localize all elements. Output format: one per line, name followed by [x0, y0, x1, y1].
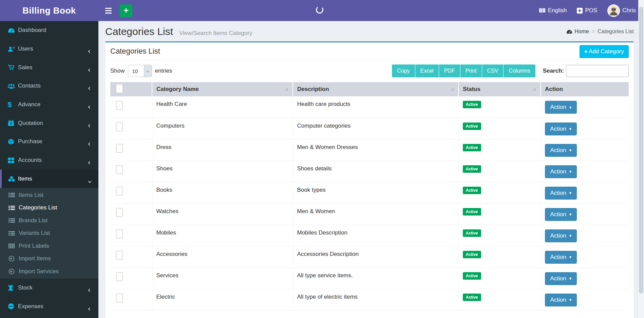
chevron-left-icon	[89, 305, 91, 312]
sort-icon[interactable]: ↓↑	[285, 87, 288, 92]
excel-button[interactable]: Excel	[415, 64, 439, 77]
row-checkbox[interactable]	[116, 229, 123, 238]
sidebar-subitem-import-items[interactable]: Import Items	[0, 252, 98, 265]
user-menu[interactable]: Chris	[607, 4, 636, 17]
sidebar-subitem-items-list[interactable]: Items List	[0, 189, 98, 202]
action-dropdown-button[interactable]: Action▾	[545, 229, 577, 242]
page-size-select[interactable]: 10	[128, 65, 152, 77]
vertical-scrollbar[interactable]	[638, 0, 644, 318]
sidebar-item-quotation[interactable]: Quotation	[0, 114, 98, 132]
sidebar-item-label: Quotation	[18, 120, 98, 127]
action-dropdown-button[interactable]: Action▾	[545, 294, 577, 306]
row-checkbox[interactable]	[116, 144, 123, 153]
sidebar-item-label: Items	[18, 175, 98, 182]
right-tools: Copy Excel PDF Print CSV Columns Search:	[392, 64, 629, 77]
topbar-right: English POS Chris	[539, 0, 636, 21]
sidebar-menu: Dashboard Users Sales Contacts $ Advance	[0, 21, 98, 188]
quick-add-button[interactable]: +	[120, 4, 132, 17]
top-navbar: Billing Book + English POS Chris	[0, 0, 644, 21]
sidebar-subitem-label: Brands List	[19, 217, 48, 224]
description-cell: Men & Women Dresses	[293, 139, 458, 161]
row-checkbox[interactable]	[116, 165, 123, 174]
sidebar-item-dashboard[interactable]: Dashboard	[0, 21, 98, 40]
status-badge: Active	[463, 294, 481, 301]
row-checkbox[interactable]	[116, 123, 123, 131]
action-dropdown-button[interactable]: Action▾	[545, 165, 577, 178]
list-icon	[8, 205, 19, 210]
copy-button[interactable]: Copy	[392, 64, 415, 77]
sidebar-item-users[interactable]: Users	[0, 40, 98, 58]
row-checkbox[interactable]	[116, 251, 123, 260]
select-all-checkbox[interactable]	[116, 84, 123, 93]
header-description[interactable]: Description↓↑	[293, 82, 458, 96]
action-dropdown-button[interactable]: Action▾	[545, 272, 577, 285]
header-category-name[interactable]: Category Name↓↑	[152, 82, 293, 96]
user-name: Chris	[622, 7, 636, 14]
sidebar-item-sales[interactable]: Sales	[0, 58, 98, 77]
loading-spinner-icon	[316, 6, 324, 14]
action-dropdown-button[interactable]: Action▾	[545, 101, 577, 114]
action-dropdown-button[interactable]: Action▾	[545, 251, 577, 264]
sidebar-subitem-categories-list[interactable]: Categories List	[0, 202, 98, 214]
action-dropdown-button[interactable]: Action▾	[545, 144, 577, 157]
search-control: Search:	[543, 65, 629, 77]
main-content: Categories List View/Search Items Catego…	[98, 21, 644, 318]
search-input[interactable]	[566, 65, 629, 77]
columns-button[interactable]: Columns	[504, 64, 535, 77]
app-logo[interactable]: Billing Book	[0, 0, 98, 21]
header-status[interactable]: Status↓↑	[458, 82, 541, 96]
sidebar-subitem-brands-list[interactable]: Brands List	[0, 214, 98, 227]
status-badge: Active	[463, 101, 481, 108]
action-dropdown-button[interactable]: Action▾	[545, 187, 577, 200]
sidebar-item-items[interactable]: Items	[0, 170, 98, 188]
pos-button[interactable]: POS	[577, 7, 597, 14]
sidebar-item-label: Dashboard	[18, 27, 98, 34]
sort-icon[interactable]: ↓↑	[451, 87, 454, 92]
sidebar-item-advance[interactable]: $ Advance	[0, 95, 98, 114]
sidebar-item-expenses[interactable]: Expenses	[0, 297, 98, 316]
status-badge: Active	[463, 187, 481, 194]
chevron-down-icon	[144, 65, 152, 77]
row-checkbox[interactable]	[116, 187, 123, 195]
breadcrumb-separator: >	[592, 29, 595, 35]
sidebar-subitem-print-labels[interactable]: Print Labels	[0, 240, 98, 252]
print-button[interactable]: Print	[460, 64, 482, 77]
sidebar-item-purchase[interactable]: Purchase	[0, 132, 98, 151]
row-checkbox[interactable]	[116, 294, 123, 302]
table-row: Mobiles Mobiles Description Active Actio…	[110, 225, 629, 246]
description-cell: Book types	[293, 182, 458, 203]
sidebar-item-stock[interactable]: Stock	[0, 279, 98, 297]
chevron-left-icon	[89, 122, 91, 129]
csv-button[interactable]: CSV	[482, 64, 504, 77]
scrollbar-thumb[interactable]	[639, 7, 643, 294]
table-row: Shoes Shoes details Active Action▾	[110, 161, 629, 182]
content-header: Categories List View/Search Items Catego…	[98, 21, 644, 41]
row-checkbox[interactable]	[116, 272, 123, 281]
list-icon	[8, 192, 19, 198]
add-category-button[interactable]: + Add Category	[580, 45, 629, 58]
sidebar-toggle-button[interactable]	[104, 6, 113, 16]
chevron-left-icon	[89, 66, 91, 73]
description-cell: Men & Women	[293, 203, 458, 225]
list-icon	[8, 231, 19, 236]
breadcrumb-home-link[interactable]: Home	[566, 29, 589, 35]
sidebar: Dashboard Users Sales Contacts $ Advance	[0, 21, 98, 318]
description-cell: Mobiles Description	[293, 225, 458, 246]
sort-icon[interactable]: ↓↑	[533, 87, 536, 92]
sidebar-item-accounts[interactable]: Accounts	[0, 151, 98, 170]
sidebar-subitem-import-services[interactable]: Import Services	[0, 265, 98, 278]
pdf-button[interactable]: PDF	[439, 64, 460, 77]
action-dropdown-button[interactable]: Action▾	[545, 208, 577, 221]
sidebar-item-contacts[interactable]: Contacts	[0, 77, 98, 95]
action-dropdown-button[interactable]: Action▾	[545, 123, 577, 135]
sidebar-subitem-variants-list[interactable]: Variants List	[0, 227, 98, 240]
sidebar-item-label: Stock	[18, 284, 98, 291]
sidebar-item-label: Users	[18, 45, 98, 52]
breadcrumb: Home > Categories List	[566, 29, 634, 35]
row-checkbox[interactable]	[116, 208, 123, 217]
row-checkbox[interactable]	[116, 101, 123, 110]
sidebar-subitem-label: Items List	[19, 192, 43, 199]
select-all-header-cell	[110, 82, 152, 96]
language-menu[interactable]: English	[539, 7, 567, 14]
cart-icon	[8, 64, 18, 70]
